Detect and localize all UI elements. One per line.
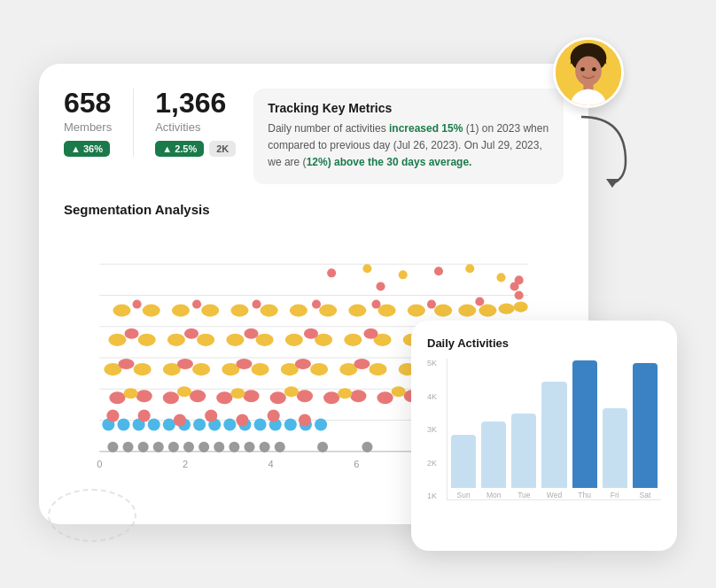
svg-point-32	[317, 441, 328, 452]
svg-point-3	[580, 67, 585, 72]
svg-point-29	[244, 441, 254, 452]
svg-point-83	[310, 363, 328, 375]
svg-point-31	[275, 441, 285, 452]
svg-point-65	[350, 390, 366, 402]
svg-point-112	[184, 328, 198, 338]
svg-point-111	[124, 328, 138, 338]
svg-point-58	[163, 391, 179, 404]
svg-point-85	[369, 363, 386, 375]
svg-point-100	[226, 333, 244, 345]
y-label-1k: 1K	[427, 491, 441, 500]
svg-point-144	[399, 270, 408, 279]
bar-mon	[481, 422, 506, 488]
svg-point-146	[465, 264, 474, 273]
svg-point-66	[377, 391, 393, 404]
svg-point-147	[496, 273, 505, 282]
svg-point-145	[434, 267, 443, 275]
svg-point-114	[304, 328, 318, 338]
svg-text:6: 6	[354, 458, 359, 468]
svg-point-27	[214, 441, 224, 452]
info-text: Daily number of activities increased 15%…	[268, 120, 549, 172]
svg-point-2	[575, 57, 602, 86]
svg-point-33	[362, 441, 372, 452]
svg-point-138	[371, 299, 380, 308]
svg-text:2: 2	[183, 458, 188, 468]
svg-point-127	[378, 304, 396, 316]
svg-point-59	[190, 390, 206, 402]
bar-tue	[511, 414, 536, 488]
svg-point-123	[261, 304, 278, 316]
bar-label-fri: Fri	[611, 491, 619, 499]
activities-value: 1,366	[155, 89, 236, 117]
svg-point-25	[183, 441, 194, 452]
members-badge: ▲ 36%	[64, 141, 110, 157]
svg-point-74	[392, 386, 406, 397]
svg-point-20	[107, 441, 118, 452]
metrics-row: 658 Members ▲ 36% 1,366 Activities ▲ 2.5…	[64, 89, 564, 184]
svg-point-55	[299, 414, 311, 426]
bar-label-sat: Sat	[640, 491, 651, 499]
svg-point-21	[122, 441, 133, 452]
svg-point-130	[458, 304, 476, 316]
svg-point-125	[319, 304, 337, 316]
bar-fri	[603, 408, 627, 488]
info-highlight-1: increased 15%	[389, 122, 463, 135]
svg-point-77	[134, 363, 152, 375]
activities-label: Activities	[155, 120, 236, 134]
svg-point-91	[177, 359, 193, 369]
bar-group-fri: Fri	[603, 408, 627, 499]
svg-point-56	[109, 391, 125, 404]
svg-point-126	[348, 304, 366, 316]
svg-point-28	[229, 441, 239, 452]
svg-point-128	[408, 304, 425, 316]
bar-sun	[451, 435, 476, 488]
svg-point-62	[270, 391, 286, 404]
bar-sat	[633, 363, 658, 488]
svg-point-129	[434, 304, 452, 316]
svg-point-134	[133, 299, 142, 308]
svg-point-135	[192, 299, 201, 308]
arrow-icon	[572, 108, 634, 191]
svg-point-122	[230, 304, 248, 316]
svg-point-121	[201, 304, 219, 316]
svg-point-69	[123, 388, 137, 398]
bar-thu	[572, 360, 597, 488]
activities-badge-pct: ▲ 2.5%	[155, 141, 204, 157]
svg-point-70	[177, 386, 191, 397]
svg-point-54	[268, 409, 280, 422]
bar-chart-area: 1K 2K 3K 4K 5K SunMonTueWedThuFriSat	[427, 359, 661, 500]
svg-point-50	[138, 409, 151, 422]
svg-point-115	[363, 328, 377, 338]
svg-point-124	[290, 304, 307, 316]
bar-label-tue: Tue	[518, 491, 530, 499]
svg-point-30	[260, 441, 270, 452]
y-label-3k: 3K	[427, 425, 441, 434]
svg-point-99	[197, 333, 214, 345]
svg-point-38	[163, 418, 175, 430]
svg-point-137	[312, 299, 321, 308]
svg-point-37	[148, 418, 160, 430]
svg-point-73	[338, 388, 352, 398]
segmentation-title: Segmentation Analysis	[64, 202, 564, 217]
info-box: Tracking Key Metrics Daily number of act…	[253, 89, 564, 184]
svg-point-150	[377, 282, 385, 290]
dashed-decoration	[48, 489, 136, 542]
svg-point-102	[285, 333, 303, 345]
svg-point-97	[138, 333, 156, 345]
svg-point-23	[153, 441, 164, 452]
bar-group-sat: Sat	[633, 363, 658, 499]
info-title: Tracking Key Metrics	[268, 101, 549, 115]
svg-point-53	[236, 414, 248, 426]
svg-text:4: 4	[268, 458, 274, 468]
svg-point-72	[284, 386, 299, 397]
svg-point-22	[138, 441, 149, 452]
y-label-2k: 2K	[427, 459, 441, 468]
avatar	[553, 37, 624, 108]
svg-point-90	[118, 359, 134, 369]
bar-group-tue: Tue	[511, 414, 536, 499]
svg-point-57	[136, 390, 152, 402]
bar-label-sun: Sun	[457, 491, 471, 499]
svg-point-136	[253, 299, 261, 308]
svg-point-120	[172, 304, 190, 316]
bar-label-thu: Thu	[578, 491, 591, 499]
